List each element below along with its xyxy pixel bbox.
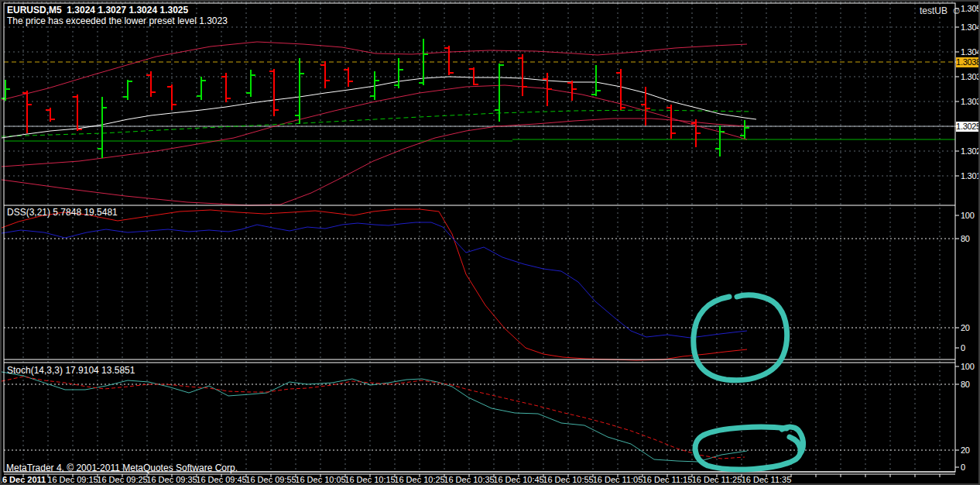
watermark-label: testUB [920, 5, 947, 16]
dss-axis-label: 20 [961, 323, 970, 332]
alert-price-badge: 1.3038 [956, 57, 980, 67]
time-axis-label: 16 Dec 10:15 [344, 475, 395, 484]
price-axis-label: 1.3040 [961, 47, 980, 57]
hand-drawn-circle-annotation [695, 427, 800, 470]
time-axis-label: 16 Dec 2011 [0, 475, 46, 484]
symbol-quote-line: EURUSD,M5 1.3024 1.3027 1.3024 1.3025 [7, 5, 188, 15]
price-axis-label: 1.3015 [961, 171, 980, 181]
price-axis-label: 1.3045 [961, 22, 980, 32]
time-axis-label: 16 Dec 10:45 [493, 475, 543, 484]
stoch-signal-line [2, 377, 745, 459]
stoch-indicator-label: Stoch(14,3,3) 17.9104 13.5851 [7, 365, 135, 376]
green-dashed-ma [2, 110, 752, 136]
stoch-axis-label: 0 [961, 463, 965, 472]
time-axis-label: 16 Dec 09:35 [146, 475, 197, 484]
time-axis-label: 16 Dec 11:05 [593, 475, 643, 484]
time-axis-label: 16 Dec 09:45 [196, 475, 246, 484]
stoch-axis-label: 100 [961, 362, 974, 371]
bollinger-lower-band [2, 119, 747, 205]
chart-frame [4, 3, 955, 472]
chart-canvas[interactable] [2, 2, 980, 485]
time-axis-label: 16 Dec 09:55 [245, 475, 296, 484]
price-axis-label: 1.3030 [961, 97, 980, 106]
price-axis-label: 1.3050 [961, 4, 980, 13]
time-axis-label: 16 Dec 10:35 [444, 475, 494, 484]
smiley-icon: ☺ [951, 5, 961, 16]
time-axis-label: 16 Dec 09:25 [97, 475, 147, 484]
bid-price-badge: 1.3025 [956, 122, 980, 132]
time-axis-label: 16 Dec 11:35 [742, 475, 792, 484]
mt4-chart-window: EURUSD,M5 1.3024 1.3027 1.3024 1.3025 Th… [0, 0, 980, 485]
dss-axis-label: 80 [961, 234, 970, 243]
price-axis-label: 1.3020 [961, 146, 980, 156]
alert-message: The price has exceeded the lower preset … [7, 15, 228, 26]
dss-axis-label: 100 [961, 211, 974, 220]
hand-drawn-circle-annotation [694, 295, 787, 380]
time-axis-label: 16 Dec 09:15 [47, 475, 98, 484]
time-axis-label: 16 Dec 11:15 [642, 475, 693, 484]
stoch-axis-label: 20 [961, 445, 970, 455]
dss-red-line [2, 209, 747, 360]
time-axis-label: 16 Dec 10:25 [394, 475, 444, 484]
time-axis-label: 16 Dec 10:05 [295, 475, 345, 484]
dss-axis-label: 0 [961, 343, 965, 353]
dss-blue-line [2, 222, 747, 338]
copyright-text: MetaTrader 4, © 2001-2011 MetaQuotes Sof… [6, 463, 238, 473]
stoch-main-line [2, 372, 747, 462]
time-axis-label: 16 Dec 11:25 [692, 475, 742, 484]
white-ma-line [2, 77, 756, 138]
dss-indicator-label: DSS(3,21) 5.7848 19.5481 [7, 207, 118, 218]
price-axis-label: 1.3035 [961, 72, 980, 81]
time-axis-label: 16 Dec 10:55 [543, 475, 593, 484]
stoch-axis-label: 80 [961, 380, 970, 389]
